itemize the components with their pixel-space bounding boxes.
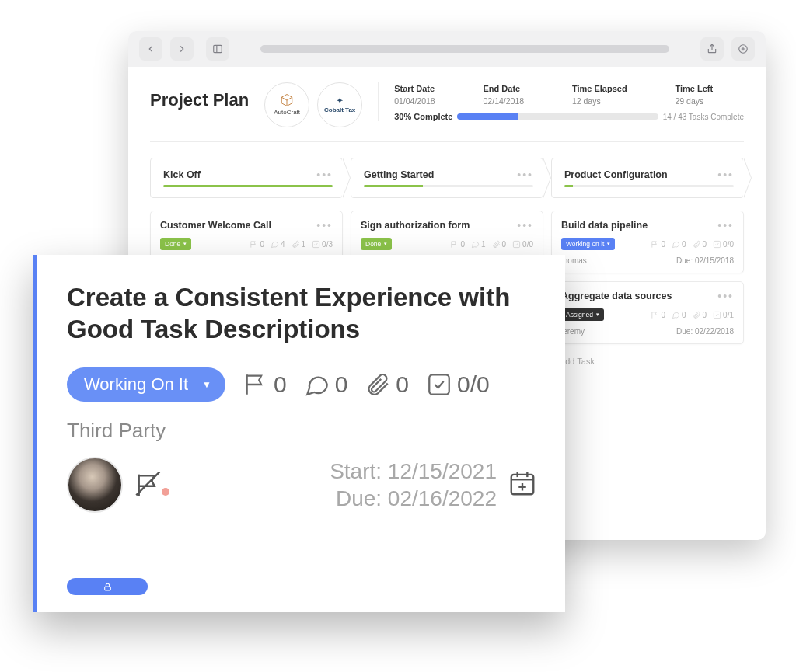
phase-menu[interactable]: ••• bbox=[517, 169, 533, 181]
task-card[interactable]: Customer Welcome Call ••• Done 0 4 1 0/3 bbox=[150, 211, 343, 259]
sidebar-toggle-button[interactable] bbox=[206, 37, 229, 61]
progress-fill bbox=[457, 113, 517, 120]
svg-rect-8 bbox=[714, 241, 720, 247]
progress-bar bbox=[457, 113, 658, 120]
checklist-icon: 0/1 bbox=[713, 311, 734, 319]
tasks-complete: 14 / 43 Tasks Complete bbox=[663, 113, 744, 121]
due-date-line: Due: 02/16/2022 bbox=[330, 485, 497, 512]
add-task-button[interactable]: + Add Task bbox=[551, 352, 744, 371]
status-pill[interactable]: Done bbox=[361, 238, 392, 250]
progress-percent: 30% Complete bbox=[394, 112, 452, 121]
status-dropdown[interactable]: Working On It bbox=[67, 367, 225, 402]
checklist-icon bbox=[426, 371, 452, 398]
status-pill[interactable]: Assigned bbox=[561, 308, 604, 321]
phase-row: Kick Off ••• Getting Started ••• Product… bbox=[150, 158, 744, 198]
phase-name: Getting Started bbox=[364, 169, 434, 180]
add-to-calendar-button[interactable] bbox=[508, 468, 537, 501]
attachment-icon bbox=[365, 371, 391, 398]
attachment-icon: 0 bbox=[492, 240, 507, 249]
phase-menu[interactable]: ••• bbox=[717, 169, 734, 181]
card-stats: 0 4 1 0/3 bbox=[250, 240, 333, 249]
start-date-value: 01/04/2018 bbox=[394, 96, 466, 106]
url-bar[interactable] bbox=[260, 45, 669, 53]
company-badge-cobalt[interactable]: ✦ Cobalt Tax bbox=[317, 82, 362, 127]
comment-icon: 4 bbox=[271, 240, 285, 249]
phase-progress bbox=[163, 185, 333, 187]
svg-rect-18 bbox=[104, 586, 110, 590]
flag-icon: 0 bbox=[651, 311, 665, 319]
card-title: Customer Welcome Call bbox=[160, 220, 271, 231]
comment-icon bbox=[304, 371, 330, 398]
phase-name: Kick Off bbox=[163, 169, 201, 180]
checklist-icon: 0/0 bbox=[512, 240, 533, 249]
phase-progress bbox=[564, 185, 734, 187]
new-tab-button[interactable] bbox=[731, 37, 755, 61]
checklist-icon: 0/3 bbox=[312, 240, 333, 249]
checklist-count: 0/0 bbox=[457, 371, 490, 398]
end-date-value: 02/14/2018 bbox=[484, 96, 555, 106]
card-menu[interactable]: ••• bbox=[717, 290, 734, 302]
comment-icon: 0 bbox=[672, 240, 686, 249]
checklist-stat[interactable]: 0/0 bbox=[426, 371, 490, 398]
page-title: Project Plan bbox=[150, 82, 249, 110]
company-badge-autocraft[interactable]: AutoCraft bbox=[264, 82, 309, 127]
share-button[interactable] bbox=[700, 37, 724, 61]
task-category: Third Party bbox=[67, 419, 537, 443]
checklist-icon: 0/0 bbox=[713, 240, 734, 249]
status-pill[interactable]: Done bbox=[160, 238, 191, 250]
calendar-plus-icon bbox=[508, 468, 537, 498]
flag-icon: 0 bbox=[651, 240, 665, 249]
browser-toolbar bbox=[128, 31, 766, 67]
phase-kickoff[interactable]: Kick Off ••• bbox=[150, 158, 343, 198]
due-date: Due: 02/15/2018 bbox=[676, 256, 734, 265]
lock-button[interactable] bbox=[67, 578, 148, 595]
time-left-label: Time Left bbox=[675, 84, 744, 93]
due-date: Due: 02/22/2018 bbox=[676, 327, 734, 336]
phase-getting-started[interactable]: Getting Started ••• bbox=[351, 158, 543, 198]
phase-product-config[interactable]: Product Configuration ••• bbox=[551, 158, 744, 198]
status-pill[interactable]: Working on it bbox=[561, 238, 615, 250]
due-date: 02/16/2022 bbox=[388, 486, 497, 510]
attachment-stat[interactable]: 0 bbox=[365, 371, 409, 398]
back-button[interactable] bbox=[139, 37, 162, 61]
company-name: AutoCraft bbox=[274, 110, 300, 117]
flag-icon bbox=[243, 371, 269, 398]
box-icon bbox=[280, 93, 294, 107]
attachment-icon: 1 bbox=[292, 240, 306, 249]
svg-rect-9 bbox=[714, 312, 720, 318]
task-card[interactable]: Sign authorization form ••• Done 0 1 0 0… bbox=[351, 211, 543, 259]
assignee-avatar[interactable] bbox=[67, 457, 123, 513]
attachment-count: 0 bbox=[396, 371, 409, 398]
flag-off-toggle[interactable] bbox=[134, 469, 169, 500]
card-title: Sign authorization form bbox=[361, 220, 470, 231]
phase-menu[interactable]: ••• bbox=[316, 169, 333, 181]
task-detail-card: Create a Consistent Experience with Good… bbox=[33, 255, 565, 612]
task-card[interactable]: Build data pipeline ••• Working on it 0 … bbox=[551, 211, 744, 273]
card-menu[interactable]: ••• bbox=[517, 219, 533, 232]
alert-dot bbox=[162, 488, 169, 496]
flag-stat[interactable]: 0 bbox=[243, 371, 287, 398]
forward-button[interactable] bbox=[170, 37, 194, 61]
card-title: Aggregate data sources bbox=[561, 291, 672, 301]
task-dates: Start: 12/15/2021 Due: 02/16/2022 bbox=[330, 458, 497, 512]
time-elapsed-value: 12 days bbox=[572, 96, 658, 106]
card-title: Build data pipeline bbox=[561, 220, 648, 231]
project-header: Project Plan AutoCraft ✦ Cobalt Tax Star… bbox=[150, 82, 744, 142]
svg-rect-7 bbox=[513, 241, 519, 247]
comment-icon: 0 bbox=[672, 311, 686, 319]
comment-icon: 1 bbox=[471, 240, 486, 249]
time-elapsed-label: Time Elapsed bbox=[572, 84, 658, 93]
start-date: 12/15/2021 bbox=[388, 459, 497, 483]
start-date-label: Start Date bbox=[394, 84, 466, 93]
lock-icon bbox=[103, 582, 113, 592]
svg-rect-10 bbox=[429, 374, 449, 395]
attachment-icon: 0 bbox=[693, 240, 707, 249]
task-card[interactable]: Aggregate data sources ••• Assigned 0 0 … bbox=[551, 281, 744, 344]
card-menu[interactable]: ••• bbox=[717, 219, 734, 232]
card-stats: 0 1 0 0/0 bbox=[450, 240, 533, 249]
end-date-label: End Date bbox=[484, 84, 555, 93]
task-title: Create a Consistent Experience with Good… bbox=[67, 281, 537, 346]
start-label: Start: bbox=[330, 459, 382, 483]
card-menu[interactable]: ••• bbox=[316, 219, 333, 232]
comment-stat[interactable]: 0 bbox=[304, 371, 348, 398]
